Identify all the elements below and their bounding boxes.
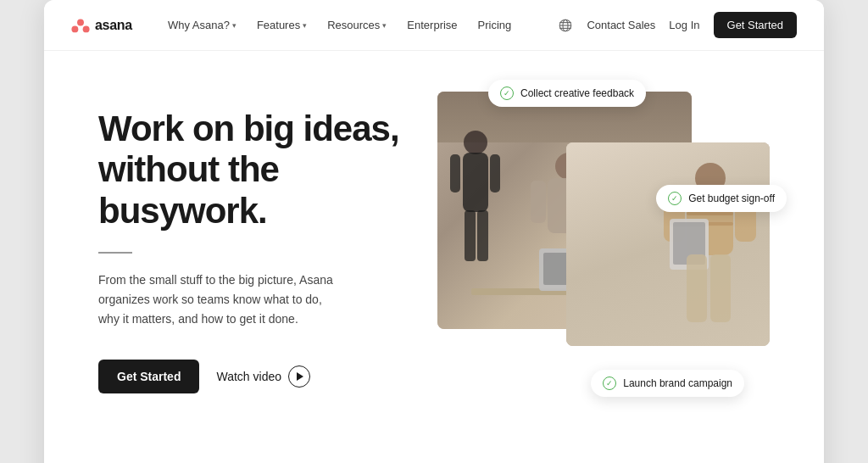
hero-right: ✓ Collect creative feedback bbox=[437, 92, 770, 414]
logo-icon bbox=[71, 18, 90, 33]
svg-rect-12 bbox=[450, 154, 460, 192]
play-icon bbox=[288, 365, 310, 388]
hero-left: Work on big ideas, without the busywork.… bbox=[98, 92, 420, 393]
nav-resources[interactable]: Resources ▾ bbox=[319, 14, 395, 36]
svg-rect-11 bbox=[477, 210, 488, 261]
hero-get-started-button[interactable]: Get Started bbox=[98, 360, 199, 393]
chevron-down-icon: ▾ bbox=[303, 21, 307, 30]
navbar: asana Why Asana? ▾ Features ▾ Resources … bbox=[44, 0, 824, 51]
svg-rect-23 bbox=[687, 212, 733, 215]
svg-rect-29 bbox=[687, 254, 707, 322]
svg-rect-10 bbox=[465, 210, 476, 261]
nav-right: Contact Sales Log In Get Started bbox=[558, 12, 797, 38]
browser-window: asana Why Asana? ▾ Features ▾ Resources … bbox=[44, 0, 824, 463]
nav-links: Why Asana? ▾ Features ▾ Resources ▾ Ente… bbox=[159, 14, 559, 36]
logo-text: asana bbox=[95, 18, 132, 33]
task-card-launch: ✓ Launch brand campaign bbox=[591, 370, 744, 397]
logo[interactable]: asana bbox=[71, 18, 132, 33]
hero-divider bbox=[98, 252, 132, 254]
svg-point-2 bbox=[83, 25, 90, 32]
check-icon-1: ✓ bbox=[500, 86, 514, 100]
nav-features[interactable]: Features ▾ bbox=[248, 14, 315, 36]
svg-point-8 bbox=[464, 131, 487, 154]
watch-video-button[interactable]: Watch video bbox=[216, 365, 310, 388]
hero-actions: Get Started Watch video bbox=[98, 360, 420, 393]
scroll-down-indicator: ↓ bbox=[44, 448, 824, 463]
contact-sales-link[interactable]: Contact Sales bbox=[587, 19, 655, 31]
svg-rect-30 bbox=[710, 254, 731, 322]
svg-rect-16 bbox=[531, 181, 546, 223]
check-icon-2: ✓ bbox=[668, 192, 682, 205]
check-icon-3: ✓ bbox=[603, 377, 616, 390]
hero-section: Work on big ideas, without the busywork.… bbox=[44, 51, 824, 448]
office-photo-2 bbox=[566, 142, 770, 346]
globe-icon[interactable] bbox=[558, 18, 573, 33]
person-standing-silhouette bbox=[446, 126, 514, 287]
nav-enterprise[interactable]: Enterprise bbox=[398, 14, 465, 36]
nav-pricing[interactable]: Pricing bbox=[470, 14, 520, 36]
chevron-down-icon: ▾ bbox=[232, 21, 236, 30]
nav-why-asana[interactable]: Why Asana? ▾ bbox=[159, 14, 245, 36]
login-link[interactable]: Log In bbox=[669, 19, 699, 31]
svg-point-0 bbox=[77, 19, 84, 25]
hero-description: From the small stuff to the big picture,… bbox=[98, 271, 344, 329]
hero-heading: Work on big ideas, without the busywork. bbox=[98, 109, 420, 232]
task-card-budget: ✓ Get budget sign-off bbox=[656, 185, 787, 212]
svg-rect-13 bbox=[490, 154, 500, 192]
chevron-down-icon: ▾ bbox=[382, 21, 387, 30]
svg-rect-9 bbox=[463, 153, 488, 212]
nav-get-started-button[interactable]: Get Started bbox=[714, 12, 797, 38]
svg-point-1 bbox=[71, 25, 78, 32]
play-triangle bbox=[297, 372, 303, 381]
task-card-collect: ✓ Collect creative feedback bbox=[488, 80, 646, 107]
